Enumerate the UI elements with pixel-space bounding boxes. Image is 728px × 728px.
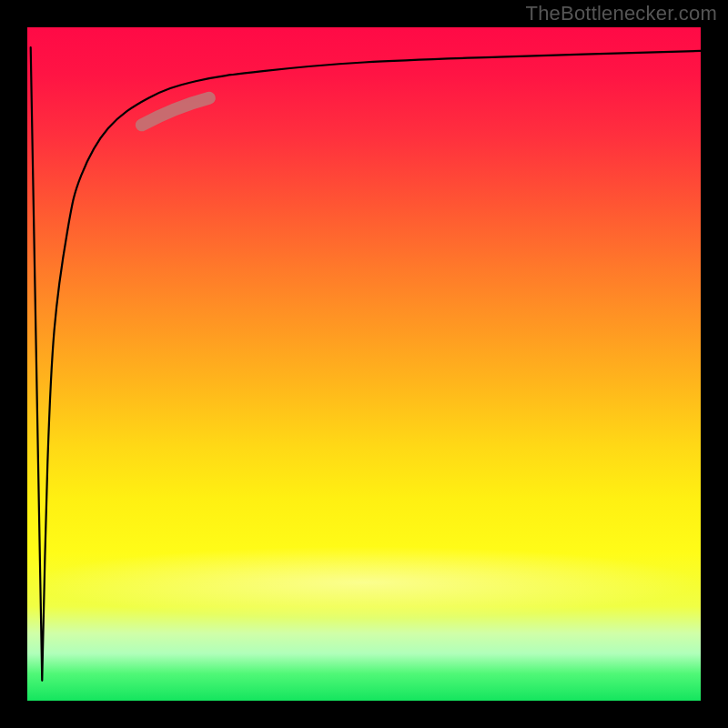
curve-svg [27, 27, 701, 701]
watermark-text: TheBottlenecker.com [526, 2, 717, 25]
chart-stage: TheBottlenecker.com [0, 0, 728, 728]
curve-path [31, 47, 701, 681]
highlight-segment [142, 98, 209, 126]
plot-area [27, 27, 701, 701]
